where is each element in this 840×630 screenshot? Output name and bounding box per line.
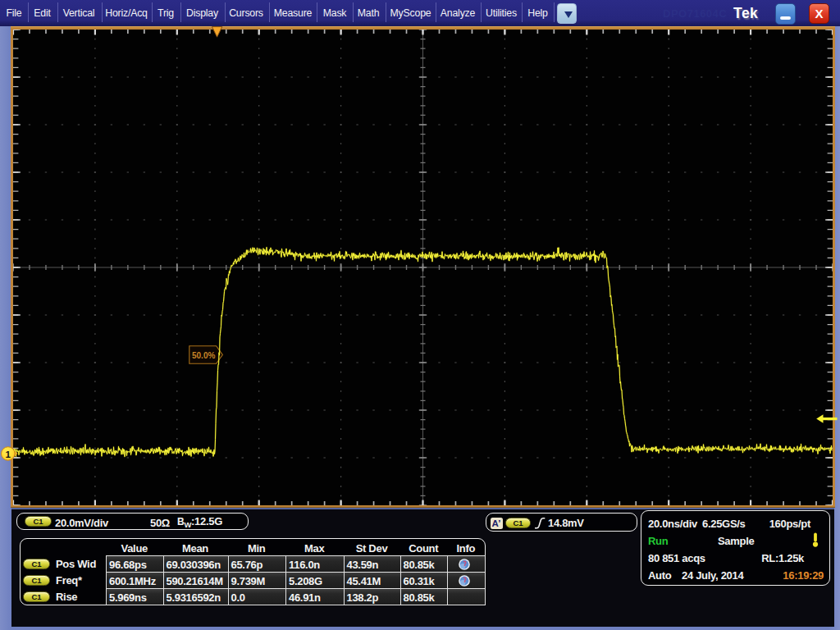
svg-text:1: 1 xyxy=(6,450,11,459)
svg-text:50.0%: 50.0% xyxy=(192,351,215,360)
